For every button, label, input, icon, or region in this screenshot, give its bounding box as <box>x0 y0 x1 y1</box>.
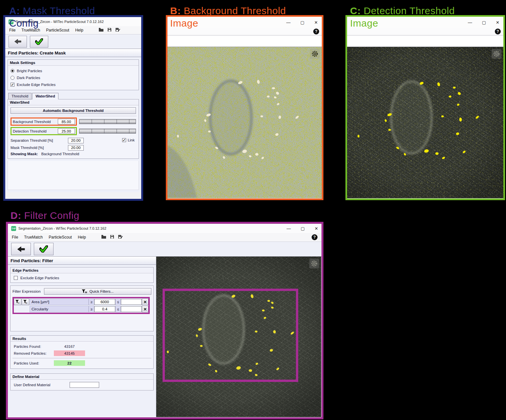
particle-blob <box>453 87 456 89</box>
ge-operator[interactable]: ≥ <box>89 299 94 305</box>
filter-function-button[interactable]: fx <box>22 299 29 305</box>
gear-icon[interactable] <box>309 259 319 268</box>
results-title: Results <box>11 336 153 342</box>
background-threshold-slider[interactable] <box>79 119 136 124</box>
background-threshold-value[interactable]: 85.00 <box>58 119 75 124</box>
particle-blob <box>249 155 252 158</box>
panel-b-label: B: Background Threshold Image <box>170 5 301 30</box>
detection-threshold-slider[interactable] <box>79 129 136 134</box>
accept-button[interactable] <box>34 243 54 255</box>
close-button[interactable]: ✕ <box>496 20 499 25</box>
mask-threshold-value[interactable]: 20.00 <box>68 145 84 151</box>
save-as-icon[interactable] <box>118 235 123 240</box>
figure-canvas: A: Mask Threshold Config B: Background T… <box>0 0 506 420</box>
showing-mask-label: Showing Mask: <box>11 152 38 156</box>
separation-threshold-label: Separation Threshold [%] <box>11 138 68 142</box>
radio-selected-icon <box>11 69 14 73</box>
window-detection-threshold-image: — ▢ ✕ ? <box>345 15 505 200</box>
filter-expression-group: Filter Expression Quick Filters... + fx … <box>10 285 154 331</box>
particle-blob <box>276 103 280 106</box>
menu-truematch[interactable]: TrueMatch <box>24 235 43 240</box>
exclude-edge-checkbox[interactable]: ✓ Exclude Edge Particles <box>11 81 136 88</box>
detection-threshold-value[interactable]: 25.00 <box>58 128 75 134</box>
menubar: File TrueMatch ParticleScout Help ? <box>8 233 321 242</box>
help-button[interactable]: ? <box>313 29 319 34</box>
particle-blob <box>249 369 252 372</box>
particle-blob <box>215 146 219 150</box>
dark-particles-radio[interactable]: Dark Particles <box>11 74 136 81</box>
save-as-icon[interactable] <box>115 28 120 33</box>
particle-blob <box>272 87 275 89</box>
window-title: Segmentation_Zircon - WITec ParticleScou… <box>18 226 106 230</box>
radio-unselected-icon <box>11 76 14 80</box>
panel-b-letter: B: <box>170 5 181 16</box>
separation-threshold-value[interactable]: 20.00 <box>68 138 84 143</box>
help-button[interactable]: ? <box>312 234 318 240</box>
menu-file[interactable]: File <box>12 235 18 240</box>
le-operator[interactable]: ≤ <box>115 299 121 305</box>
help-button[interactable]: ? <box>495 29 501 34</box>
minimize-button[interactable]: — <box>287 226 291 231</box>
panel-b-title: Background Threshold Image <box>170 5 286 29</box>
particle-blob <box>274 96 277 99</box>
particle-blob <box>457 103 460 106</box>
add-filter-button[interactable]: + <box>14 299 21 305</box>
particle-blob <box>475 115 479 119</box>
mask-settings-title: Mask Settings <box>8 60 139 66</box>
window-filter: T+P Segmentation_Zircon - WITec Particle… <box>6 222 323 419</box>
particle-blob <box>231 294 236 298</box>
menu-help[interactable]: Help <box>78 235 86 240</box>
bright-particles-radio[interactable]: Bright Particles <box>11 67 136 74</box>
remove-filter-button[interactable]: ✕ <box>142 306 148 312</box>
particles-used-label: Particles Used: <box>14 361 54 365</box>
particle-blob <box>404 153 407 156</box>
maximize-button[interactable]: ▢ <box>301 226 305 231</box>
edge-particles-group: Edge Particles Exclude Edge Particles <box>10 267 154 283</box>
particle-blob <box>238 80 243 85</box>
filter-min-input[interactable] <box>94 306 115 312</box>
save-icon[interactable] <box>110 235 114 240</box>
page-header: Find Particles: Create Mask <box>5 49 141 57</box>
define-material-group: Define Material User Defined Material <box>10 373 154 390</box>
back-button[interactable] <box>9 36 27 48</box>
exclude-edge-checkbox[interactable]: Exclude Edge Particles <box>11 273 153 283</box>
mask-threshold-label: Mask Threshold [%] <box>11 146 68 150</box>
microscope-image-detection-threshold[interactable] <box>347 47 503 198</box>
tab-threshold[interactable]: Threshold <box>8 93 32 99</box>
accept-button[interactable] <box>30 36 48 48</box>
particle-blob <box>459 117 462 122</box>
gear-icon[interactable] <box>310 49 320 59</box>
quick-filters-button[interactable]: Quick Filters... <box>44 288 151 295</box>
filter-max-input[interactable] <box>121 299 142 305</box>
microscope-image-background-threshold[interactable] <box>167 47 322 198</box>
filter-row-circularity: Circularity ≥ ≤ ✕ <box>14 305 148 313</box>
open-folder-icon[interactable] <box>101 235 106 240</box>
filter-min-input[interactable] <box>94 299 115 305</box>
particle-blob <box>195 334 198 337</box>
gear-icon[interactable] <box>492 49 501 59</box>
back-button[interactable] <box>11 243 31 255</box>
auto-background-threshold-button[interactable]: Automatic Background Threshold <box>11 107 136 114</box>
ge-operator[interactable]: ≥ <box>89 306 94 312</box>
filter-max-input[interactable] <box>121 306 142 312</box>
particle-blob <box>250 294 254 299</box>
user-defined-material-input[interactable] <box>70 382 99 388</box>
define-material-title: Define Material <box>11 374 153 380</box>
close-button[interactable]: ✕ <box>315 226 318 231</box>
link-checkbox[interactable]: ✓ Link <box>122 138 135 142</box>
tab-watershed[interactable]: WaterShed <box>32 93 58 99</box>
close-button[interactable]: ✕ <box>314 20 318 25</box>
detection-threshold-label: Detection Threshold <box>13 129 56 133</box>
particle-blob <box>278 116 281 119</box>
particle-blob <box>263 316 267 319</box>
microscope-image-filter-result[interactable] <box>156 257 321 417</box>
menu-particlescout[interactable]: ParticleScout <box>49 235 72 240</box>
remove-filter-button[interactable]: ✕ <box>142 299 148 305</box>
maximize-button[interactable]: ▢ <box>482 20 486 25</box>
funnel-menu-icon <box>82 289 87 294</box>
le-operator[interactable]: ≤ <box>115 306 121 312</box>
titlebar[interactable]: T+P Segmentation_Zircon - WITec Particle… <box>8 224 321 233</box>
watershed-title: WaterShed <box>8 99 139 105</box>
particle-blob <box>424 149 429 153</box>
particle-blob <box>462 150 466 154</box>
